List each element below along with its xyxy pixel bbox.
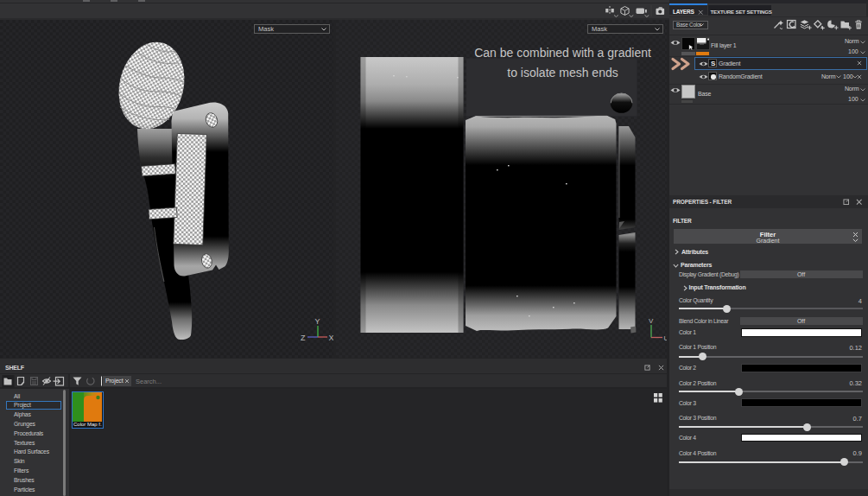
- svg-text:X: X: [329, 334, 334, 342]
- svg-text:V: V: [649, 317, 654, 325]
- svg-text:Y: Y: [315, 317, 320, 326]
- svg-text:U: U: [664, 334, 668, 342]
- svg-text:Z: Z: [301, 334, 306, 342]
